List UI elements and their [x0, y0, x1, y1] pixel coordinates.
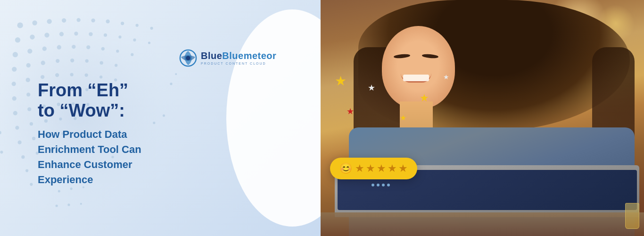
dot-1: [372, 184, 374, 186]
floating-star-6: ★: [400, 113, 406, 122]
svg-point-19: [148, 42, 150, 44]
svg-point-0: [17, 22, 23, 28]
floating-star-1: ★: [335, 73, 347, 89]
floating-star-red: ★: [347, 106, 354, 117]
face: [382, 26, 455, 109]
svg-point-93: [186, 56, 190, 60]
sub-heading: How Product Data Enrichment Tool Can Enh…: [38, 127, 302, 187]
left-section: BlueBluemeteor PRODUCT CONTENT CLOUD Fro…: [0, 0, 321, 236]
svg-point-9: [150, 27, 153, 30]
floating-star-2: ★: [368, 83, 375, 93]
star-1: ★: [355, 162, 364, 175]
dot-3: [382, 184, 385, 186]
dot-2: [377, 184, 380, 186]
floating-star-3: ★: [420, 92, 429, 104]
logo-tagline: PRODUCT CONTENT CLOUD: [201, 62, 276, 65]
star-2: ★: [366, 162, 375, 175]
stars-row: ★ ★ ★ ★ ★: [355, 162, 408, 175]
logo-area: BlueBluemeteor PRODUCT CONTENT CLOUD: [179, 49, 302, 67]
svg-point-7: [121, 22, 124, 25]
subtext-line4: Experience: [38, 174, 93, 185]
star-3: ★: [377, 162, 386, 175]
subtext-line3: Enhance Customer: [38, 159, 132, 170]
svg-point-1: [33, 20, 37, 25]
teeth: [403, 75, 429, 81]
banner-container: BlueBluemeteor PRODUCT CONTENT CLOUD Fro…: [0, 0, 644, 236]
logo-text: BlueBluemeteor PRODUCT CONTENT CLOUD: [201, 51, 276, 65]
subtext-line1: How Product Data: [38, 128, 127, 140]
svg-point-8: [136, 24, 139, 27]
floating-star-4: ★: [443, 73, 449, 81]
photo-scene: [321, 0, 644, 236]
logo-brand-name: BlueBluemeteor: [201, 51, 276, 61]
star-5: ★: [398, 162, 408, 175]
subtext-line2: Enrichment Tool Can: [38, 143, 141, 155]
bluemeteor-logo-icon: [179, 49, 197, 67]
smiley-icon: 😊: [339, 162, 352, 175]
dot-group: [372, 184, 390, 186]
rating-card: 😊 ★ ★ ★ ★ ★: [330, 158, 417, 179]
table-surface: [321, 212, 644, 236]
main-heading: From “Eh” to “Wow”:: [38, 80, 302, 121]
heading-line2: to “Wow”:: [38, 101, 125, 120]
right-section: ★ ★ ★ ★ ★ ★ 😊 ★ ★ ★ ★ ★: [321, 0, 644, 236]
heading-line1: From “Eh”: [38, 80, 128, 100]
dot-4: [387, 184, 390, 186]
content-area: BlueBluemeteor PRODUCT CONTENT CLOUD Fro…: [0, 49, 321, 187]
star-4: ★: [388, 162, 397, 175]
glass-on-table: [625, 203, 639, 229]
